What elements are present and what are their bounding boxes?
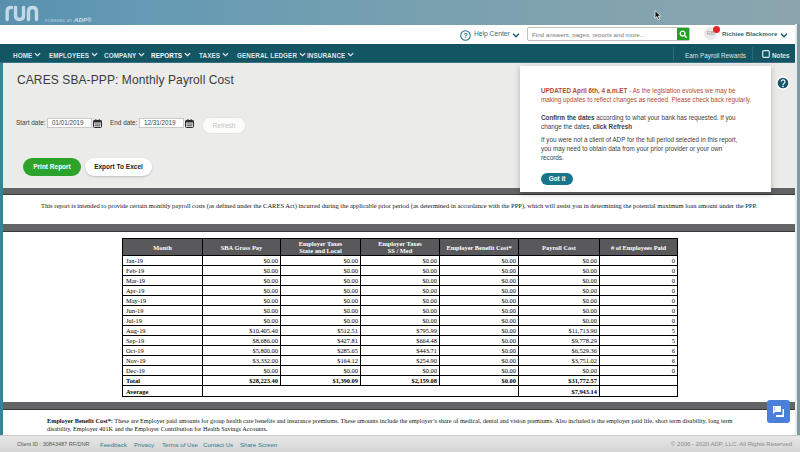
svg-text:POWERED BY: POWERED BY <box>45 19 73 23</box>
svg-text:ADP®: ADP® <box>73 16 92 23</box>
svg-text:?: ? <box>463 31 467 38</box>
